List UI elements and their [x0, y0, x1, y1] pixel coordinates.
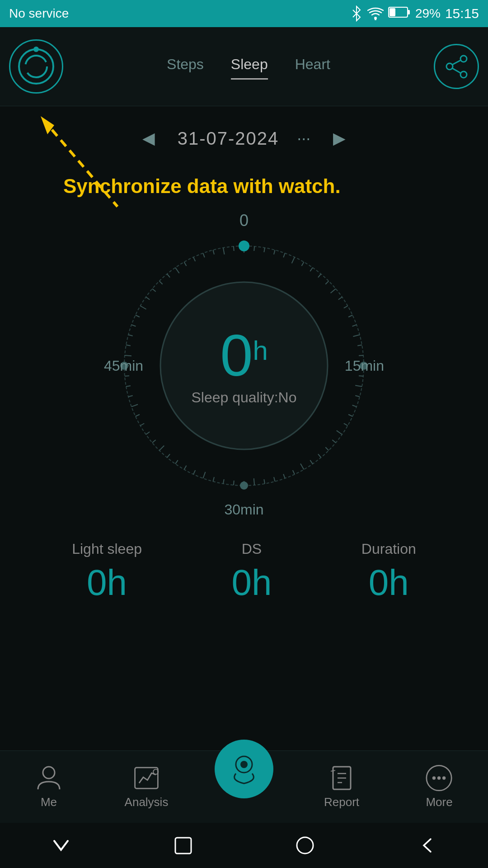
- svg-line-31: [352, 325, 357, 326]
- tabs-container: Steps Sleep Heart: [63, 56, 434, 77]
- tab-heart[interactable]: Heart: [295, 56, 330, 77]
- svg-line-83: [184, 262, 187, 266]
- svg-point-10: [446, 63, 453, 70]
- svg-line-77: [141, 306, 146, 310]
- svg-line-20: [274, 250, 275, 255]
- battery-percentage: 29%: [415, 6, 441, 21]
- top-bar: Steps Sleep Heart: [0, 27, 488, 106]
- next-date-button[interactable]: ▶: [328, 124, 350, 152]
- svg-line-85: [203, 253, 204, 257]
- svg-line-55: [223, 479, 224, 484]
- bluetooth-icon: [350, 5, 363, 22]
- sleep-dial: 0 for(let i=0;i<72;i++) { draw tick at a…: [0, 211, 488, 518]
- nav-item-home[interactable]: [195, 740, 293, 798]
- svg-line-40: [348, 415, 352, 416]
- nav-report-label: Report: [324, 795, 359, 809]
- svg-line-27: [331, 289, 336, 293]
- svg-line-51: [264, 479, 265, 484]
- svg-line-65: [141, 424, 145, 426]
- svg-line-84: [193, 257, 195, 261]
- svg-line-60: [175, 460, 178, 464]
- svg-line-103: [331, 770, 335, 771]
- svg-line-64: [146, 432, 150, 434]
- nav-back-button[interactable]: [411, 830, 443, 861]
- nav-analysis-label: Analysis: [125, 795, 169, 809]
- hours-unit: h: [253, 335, 267, 366]
- nav-me-label: Me: [41, 795, 57, 809]
- nav-down-button[interactable]: [45, 830, 77, 861]
- date-navigation: ◀ 31-07-2024 ··· ▶: [0, 106, 488, 161]
- svg-line-76: [136, 315, 140, 317]
- svg-line-66: [136, 415, 140, 416]
- svg-point-107: [442, 776, 446, 779]
- wifi-icon: [367, 7, 384, 20]
- svg-line-62: [160, 446, 164, 451]
- light-sleep-value: 0h: [87, 562, 127, 604]
- svg-line-49: [283, 474, 285, 478]
- svg-line-87: [223, 248, 225, 255]
- svg-line-63: [152, 440, 156, 443]
- duration-value: 0h: [369, 562, 409, 604]
- share-button[interactable]: [434, 44, 479, 89]
- svg-line-24: [310, 268, 313, 271]
- time-display: 15:15: [445, 6, 479, 21]
- nav-square-button[interactable]: [167, 830, 199, 861]
- svg-line-41: [344, 424, 348, 426]
- svg-line-44: [325, 447, 328, 450]
- nav-item-more[interactable]: More: [390, 764, 488, 809]
- svg-line-25: [318, 274, 321, 278]
- sync-button[interactable]: [9, 39, 63, 94]
- svg-line-29: [344, 306, 348, 308]
- status-bar: No service 29% 15:15: [0, 0, 488, 27]
- svg-line-47: [300, 464, 304, 470]
- battery-icon: [388, 6, 411, 19]
- more-icon: [426, 764, 453, 792]
- nav-item-me[interactable]: Me: [0, 764, 98, 809]
- svg-line-69: [126, 386, 131, 387]
- svg-line-36: [359, 376, 363, 376]
- svg-line-80: [160, 281, 163, 284]
- svg-rect-3: [408, 10, 410, 14]
- nav-item-analysis[interactable]: Analysis: [98, 764, 195, 809]
- svg-line-78: [146, 297, 150, 300]
- ds-value: 0h: [231, 562, 272, 604]
- svg-rect-108: [175, 838, 191, 854]
- battery-text: [388, 6, 411, 22]
- svg-line-75: [131, 325, 136, 326]
- svg-line-39: [352, 405, 357, 406]
- dial-right-label: 15min: [345, 358, 384, 374]
- svg-point-98: [240, 761, 248, 768]
- no-service-text: No service: [9, 6, 69, 21]
- nav-more-label: More: [426, 795, 452, 809]
- svg-line-56: [213, 477, 214, 481]
- svg-line-22: [292, 257, 295, 264]
- sleep-quality: Sleep quality:No: [191, 389, 296, 406]
- svg-line-23: [302, 262, 304, 266]
- nav-item-report[interactable]: Report: [293, 764, 390, 809]
- svg-line-57: [203, 472, 205, 478]
- svg-point-7: [33, 47, 39, 52]
- svg-line-79: [152, 289, 156, 292]
- status-icons: 29% 15:15: [350, 5, 479, 22]
- svg-line-74: [128, 335, 133, 336]
- svg-line-54: [234, 481, 234, 485]
- svg-line-33: [357, 345, 362, 346]
- tab-sleep[interactable]: Sleep: [231, 56, 268, 77]
- svg-line-81: [167, 274, 170, 278]
- svg-point-8: [460, 56, 467, 62]
- svg-line-18: [254, 246, 254, 251]
- svg-line-46: [310, 460, 313, 464]
- stats-row: Light sleep 0h DS 0h Duration 0h: [0, 518, 488, 617]
- svg-point-93: [239, 241, 249, 251]
- svg-line-19: [264, 248, 265, 252]
- dial-top-label: 0: [239, 211, 249, 230]
- prev-date-button[interactable]: ◀: [138, 124, 160, 152]
- nav-home-button[interactable]: [289, 830, 321, 861]
- ds-label: DS: [242, 541, 262, 557]
- tab-steps[interactable]: Steps: [167, 56, 204, 77]
- svg-line-34: [359, 355, 363, 356]
- svg-line-12: [452, 68, 461, 73]
- sync-icon: [16, 46, 56, 87]
- svg-line-68: [128, 396, 133, 397]
- svg-line-58: [193, 470, 195, 474]
